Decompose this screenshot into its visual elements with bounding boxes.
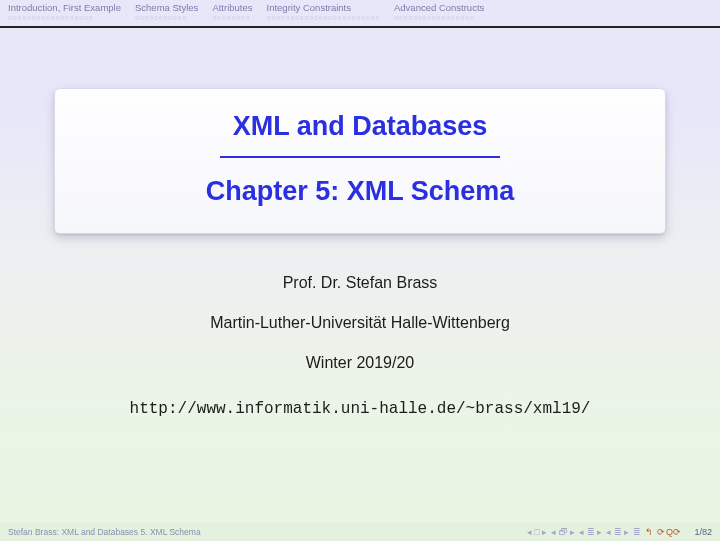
nav-mode-icon[interactable]: ≣ [633, 527, 641, 537]
nav-section-attributes[interactable]: Attributes ○○○○○○○○ [212, 2, 252, 24]
author-name: Prof. Dr. Stefan Brass [130, 274, 591, 292]
nav-section-integrity[interactable]: Integrity Constraints ○○○○○○○○○○○○○○○○○○… [267, 2, 380, 24]
nav-search-icon[interactable]: ⟳ Q ⟳ [657, 527, 680, 537]
nav-progress-dots[interactable]: ○○○○○○○○○○○○○○○○○○ [8, 14, 93, 22]
institution: Martin-Luther-Universität Halle-Wittenbe… [130, 314, 591, 332]
slide-content: XML and Databases Chapter 5: XML Schema … [0, 28, 720, 418]
nav-title[interactable]: Introduction, First Example [8, 2, 121, 13]
footer-bar: Stefan Brass: XML and Databases 5. XML S… [0, 523, 720, 541]
author-block: Prof. Dr. Stefan Brass Martin-Luther-Uni… [130, 274, 591, 418]
nav-back-section-icon[interactable]: ◂ ≣ ▸ [579, 527, 602, 537]
nav-title[interactable]: Integrity Constraints [267, 2, 351, 13]
chapter-title: Chapter 5: XML Schema [79, 176, 641, 207]
nav-progress-dots[interactable]: ○○○○○○○○○○○○○○○○○○○○○○○○ [267, 14, 380, 22]
nav-progress-dots[interactable]: ○○○○○○○○○○○○○○○○○ [394, 14, 474, 22]
page-number: 1/82 [694, 527, 712, 537]
footer-text: Stefan Brass: XML and Databases 5. XML S… [8, 527, 201, 537]
nav-undo-icon[interactable]: ↰ [645, 527, 653, 537]
nav-title[interactable]: Advanced Constructs [394, 2, 484, 13]
course-url[interactable]: http://www.informatik.uni-halle.de/~bras… [130, 400, 591, 418]
nav-title[interactable]: Schema Styles [135, 2, 198, 13]
nav-title[interactable]: Attributes [212, 2, 252, 13]
nav-progress-dots[interactable]: ○○○○○○○○ [212, 14, 250, 22]
term: Winter 2019/20 [130, 354, 591, 372]
title-rule [220, 156, 500, 158]
nav-first-icon[interactable]: ◂ □ ▸ [527, 527, 547, 537]
beamer-nav-controls: ◂ □ ▸ ◂ 🗗 ▸ ◂ ≣ ▸ ◂ ≣ ▸ ≣ ↰ ⟳ Q ⟳ [527, 527, 681, 537]
course-title: XML and Databases [79, 111, 641, 142]
nav-prev-icon[interactable]: ◂ 🗗 ▸ [551, 527, 575, 537]
title-block: XML and Databases Chapter 5: XML Schema [54, 88, 666, 234]
beamer-nav-bar: Introduction, First Example ○○○○○○○○○○○○… [0, 0, 720, 24]
nav-section-advanced[interactable]: Advanced Constructs ○○○○○○○○○○○○○○○○○ [394, 2, 484, 24]
nav-section-intro[interactable]: Introduction, First Example ○○○○○○○○○○○○… [8, 2, 121, 24]
nav-progress-dots[interactable]: ○○○○○○○○○○○ [135, 14, 187, 22]
nav-section-schema-styles[interactable]: Schema Styles ○○○○○○○○○○○ [135, 2, 198, 24]
nav-fwd-section-icon[interactable]: ◂ ≣ ▸ [606, 527, 629, 537]
